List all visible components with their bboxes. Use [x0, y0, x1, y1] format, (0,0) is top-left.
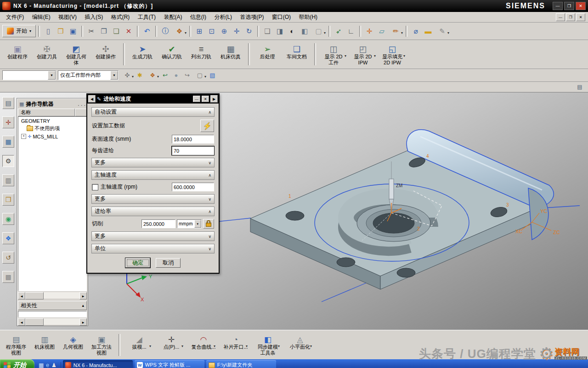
menu-window[interactable]: 窗口(O) — [269, 13, 294, 21]
fit-view-icon[interactable]: ⊡ — [206, 25, 218, 37]
menu-format[interactable]: 格式(R) — [108, 13, 133, 21]
solid-cube-icon[interactable]: ▧ — [207, 70, 218, 80]
menu-assemblies[interactable]: 装配(A) — [160, 13, 185, 21]
surface-speed-input[interactable] — [172, 135, 214, 144]
constraint-navigator-icon[interactable]: ✛ — [2, 116, 14, 128]
navigator-hscrollbar[interactable] — [18, 292, 87, 299]
dependencies-hscrollbar[interactable] — [18, 318, 87, 325]
start-menu-button[interactable]: 开始 — [2, 25, 36, 37]
measure-icon[interactable]: ⌀ — [410, 25, 422, 37]
more-bar-spindle[interactable]: 更多 — [91, 194, 215, 204]
layout-icon[interactable]: ⊞ — [193, 25, 205, 37]
dialog-titlebar[interactable]: 进给和速度 — [87, 94, 219, 104]
show-desktop-icon[interactable]: ▦ — [39, 362, 44, 368]
move-object-icon[interactable]: ➶ — [333, 25, 345, 37]
selection-filter-combo[interactable]: 仅在工作部件内部 ▼ — [58, 70, 119, 80]
menu-file[interactable]: 文件(F) — [3, 13, 27, 21]
ie-icon[interactable]: e — [46, 362, 49, 368]
spindle-speed-input[interactable] — [172, 183, 214, 191]
assembly-constraints-icon[interactable]: ∟ — [345, 25, 357, 37]
task-nx[interactable]: NX 6 - Manufactu... — [63, 360, 133, 368]
part-navigator-icon[interactable]: ▦ — [2, 136, 14, 148]
program-order-view-button[interactable]: ▤程序顺序视图 — [2, 334, 30, 356]
snapshot-icon[interactable]: ❑ — [261, 25, 273, 37]
snap-point-icon[interactable]: ✜ — [120, 70, 134, 80]
show-filled-2d-ipw-button[interactable]: ◱显示填充2D IPW — [378, 42, 407, 66]
face-analysis-icon[interactable]: ◧ — [299, 25, 311, 37]
assembly-navigator-icon[interactable]: ▤ — [2, 97, 14, 109]
menu-insert[interactable]: 插入(S) — [81, 13, 106, 21]
new-file-icon[interactable]: ▯ — [42, 25, 54, 37]
list-toolpath-button[interactable]: ≡列出刀轨 — [187, 42, 216, 66]
set-machining-data-button[interactable] — [200, 120, 214, 132]
tree-row-mcs-mill[interactable]: + ✛ MCS_MILL — [18, 132, 86, 140]
copy-icon[interactable]: ❐ — [98, 25, 110, 37]
feed-lock-button[interactable] — [203, 219, 214, 229]
expander-icon[interactable]: + — [21, 134, 26, 139]
point-constructor-icon[interactable]: ✱ — [135, 70, 145, 80]
mdi-close-button[interactable] — [576, 13, 585, 21]
menu-view[interactable]: 视图(V) — [55, 13, 80, 21]
paste-icon[interactable]: ❏ — [110, 25, 122, 37]
machining-method-view-button[interactable]: ▣加工方法视图 — [87, 334, 116, 356]
palettes-icon[interactable]: ▩ — [2, 271, 14, 283]
dialog-close-button[interactable] — [202, 96, 209, 102]
geometry-view-button[interactable]: ◈几何视图 — [59, 334, 87, 356]
machine-tool-view-button[interactable]: ▥机床视图 — [30, 334, 59, 356]
tree-row-unused-items[interactable]: 不使用的项 — [18, 125, 86, 132]
more-bar-feed[interactable]: 更多 — [91, 231, 215, 241]
selection-scope-combo[interactable]: ▼ — [2, 70, 56, 80]
menu-edit[interactable]: 编辑(E) — [29, 13, 54, 21]
scope-dropdown-icon[interactable]: ▼ — [48, 71, 56, 80]
back-arrow-icon[interactable]: ↩ — [160, 70, 170, 80]
create-geometry-button[interactable]: ◩创建几何体 — [62, 42, 91, 66]
tree-row-geometry[interactable]: GEOMETRY — [18, 117, 86, 125]
rectangle-select-icon[interactable]: ▢ — [193, 70, 207, 80]
generate-toolpath-button[interactable]: ➤生成刀轨 — [128, 42, 157, 66]
delete-icon[interactable]: ✕ — [123, 25, 135, 37]
ruler-icon[interactable]: ▬ — [422, 25, 434, 37]
section-spindle-speed[interactable]: 主轴速度 — [91, 170, 215, 180]
mdi-minimize-button[interactable] — [556, 13, 565, 21]
qq-icon[interactable]: ♟ — [51, 362, 57, 368]
composite-curve-button[interactable]: ◠复合曲线... — [187, 334, 220, 356]
menu-help[interactable]: 帮助(H) — [295, 13, 321, 21]
undo-icon[interactable]: ↶ — [141, 25, 153, 37]
create-operation-button[interactable]: ✣创建操作 — [91, 42, 120, 66]
task-folder[interactable]: F:\y\新建文件夹 — [206, 360, 276, 368]
minimize-button[interactable] — [553, 2, 563, 10]
machine-simulation-button[interactable]: ▦机床仿真 — [216, 42, 245, 66]
units-bar[interactable]: 单位 — [91, 244, 215, 253]
scroll-left-icon[interactable] — [18, 318, 25, 326]
mdi-restore-button[interactable] — [566, 13, 575, 21]
draft-button[interactable]: ◢拔模... — [123, 334, 155, 356]
feed-unit-combo[interactable]: mmpm ▼ — [177, 219, 202, 228]
postprocess-button[interactable]: ➢后处理 — [253, 42, 282, 66]
forward-arrow-icon[interactable]: ↪ — [182, 70, 192, 80]
sphere-icon[interactable]: ● — [171, 70, 181, 80]
open-file-icon[interactable]: ❒ — [55, 25, 67, 37]
menu-information[interactable]: 信息(I) — [187, 13, 209, 21]
scroll-thumb[interactable] — [25, 318, 44, 326]
dependencies-section[interactable]: 相关性 — [18, 301, 87, 310]
clip-section-icon[interactable]: ◨ — [274, 25, 286, 37]
palette-icon[interactable]: ❖ — [146, 70, 159, 80]
create-program-button[interactable]: ▣创建程序 — [3, 42, 32, 66]
menu-preferences[interactable]: 首选项(P) — [237, 13, 267, 21]
point-button[interactable]: ✛点(P)... — [155, 334, 187, 356]
pan-icon[interactable]: ✛ — [231, 25, 243, 37]
hd3d-tools-icon[interactable]: ◉ — [2, 213, 14, 225]
dialog-minimize-button[interactable] — [193, 96, 200, 102]
maximize-button[interactable] — [564, 2, 574, 10]
ok-button[interactable]: 确定 — [125, 258, 150, 268]
information-palette-icon[interactable]: ▤ — [575, 83, 584, 91]
scroll-thumb[interactable] — [25, 292, 44, 299]
dialog-back-button[interactable] — [88, 95, 96, 103]
navigator-tree[interactable]: GEOMETRY 不使用的项 + ✛ MCS_MILL — [18, 116, 87, 291]
synchronous-modeling-button[interactable]: ◧同步建模工具条 — [252, 334, 284, 356]
render-style-icon[interactable]: ◐ — [286, 25, 298, 37]
more-bar-auto[interactable]: 更多 — [91, 158, 215, 167]
dialog-forward-button[interactable] — [210, 95, 218, 103]
show-2d-ipw-button[interactable]: ◰显示 2DIPW — [348, 42, 378, 66]
cut-icon[interactable]: ✂ — [85, 25, 97, 37]
